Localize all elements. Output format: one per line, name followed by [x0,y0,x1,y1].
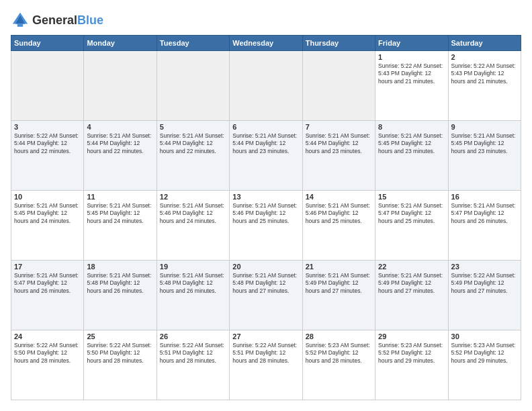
calendar-day-21: 21Sunrise: 5:21 AM Sunset: 5:49 PM Dayli… [302,261,375,330]
calendar-day-20: 20Sunrise: 5:21 AM Sunset: 5:48 PM Dayli… [230,261,302,330]
calendar-day-8: 8Sunrise: 5:21 AM Sunset: 5:45 PM Daylig… [375,121,448,191]
day-number: 22 [378,263,445,271]
empty-cell [11,51,84,121]
logo-icon [11,11,30,30]
col-header-sunday: Sunday [11,36,84,51]
day-number: 20 [232,263,299,271]
calendar-day-2: 2Sunrise: 5:22 AM Sunset: 5:43 PM Daylig… [448,51,521,121]
day-info: Sunrise: 5:21 AM Sunset: 5:44 PM Dayligh… [306,132,372,155]
day-number: 3 [14,123,81,131]
calendar-day-10: 10Sunrise: 5:21 AM Sunset: 5:45 PM Dayli… [11,191,84,261]
day-number: 26 [160,332,226,340]
calendar-day-29: 29Sunrise: 5:23 AM Sunset: 5:52 PM Dayli… [375,330,448,400]
day-number: 15 [378,193,445,201]
calendar-header-row: SundayMondayTuesdayWednesdayThursdayFrid… [11,36,521,51]
calendar-day-27: 27Sunrise: 5:22 AM Sunset: 5:51 PM Dayli… [230,330,302,400]
calendar-week-4: 17Sunrise: 5:21 AM Sunset: 5:47 PM Dayli… [11,261,521,330]
day-info: Sunrise: 5:21 AM Sunset: 5:44 PM Dayligh… [160,132,226,155]
day-number: 23 [451,263,518,271]
day-number: 11 [87,193,153,201]
day-info: Sunrise: 5:21 AM Sunset: 5:48 PM Dayligh… [232,272,299,295]
empty-cell [230,51,302,121]
day-number: 30 [451,332,518,340]
calendar-day-1: 1Sunrise: 5:22 AM Sunset: 5:43 PM Daylig… [375,51,448,121]
calendar-day-6: 6Sunrise: 5:21 AM Sunset: 5:44 PM Daylig… [230,121,302,191]
day-number: 27 [232,332,299,340]
empty-cell [157,51,229,121]
calendar-week-3: 10Sunrise: 5:21 AM Sunset: 5:45 PM Dayli… [11,191,521,261]
day-info: Sunrise: 5:21 AM Sunset: 5:46 PM Dayligh… [306,202,372,225]
calendar-day-25: 25Sunrise: 5:22 AM Sunset: 5:50 PM Dayli… [84,330,157,400]
day-number: 9 [451,123,518,131]
day-number: 6 [232,123,299,131]
calendar-week-5: 24Sunrise: 5:22 AM Sunset: 5:50 PM Dayli… [11,330,521,400]
col-header-tuesday: Tuesday [157,36,229,51]
logo-text: GeneralBlue [32,14,103,26]
header: GeneralBlue [11,11,521,30]
day-info: Sunrise: 5:21 AM Sunset: 5:47 PM Dayligh… [378,202,445,225]
day-number: 5 [160,123,226,131]
calendar-day-12: 12Sunrise: 5:21 AM Sunset: 5:46 PM Dayli… [157,191,229,261]
day-number: 21 [306,263,372,271]
day-number: 13 [232,193,299,201]
day-info: Sunrise: 5:21 AM Sunset: 5:45 PM Dayligh… [378,132,445,155]
day-info: Sunrise: 5:21 AM Sunset: 5:46 PM Dayligh… [160,202,226,225]
day-info: Sunrise: 5:21 AM Sunset: 5:44 PM Dayligh… [87,132,153,155]
day-number: 29 [378,332,445,340]
calendar-day-28: 28Sunrise: 5:23 AM Sunset: 5:52 PM Dayli… [302,330,375,400]
day-info: Sunrise: 5:22 AM Sunset: 5:51 PM Dayligh… [232,342,299,365]
day-info: Sunrise: 5:21 AM Sunset: 5:47 PM Dayligh… [451,202,518,225]
day-number: 7 [306,123,372,131]
day-info: Sunrise: 5:23 AM Sunset: 5:52 PM Dayligh… [451,342,518,365]
calendar-week-1: 1Sunrise: 5:22 AM Sunset: 5:43 PM Daylig… [11,51,521,121]
day-number: 16 [451,193,518,201]
calendar: SundayMondayTuesdayWednesdayThursdayFrid… [11,35,521,400]
col-header-saturday: Saturday [448,36,521,51]
calendar-day-3: 3Sunrise: 5:22 AM Sunset: 5:44 PM Daylig… [11,121,84,191]
calendar-day-14: 14Sunrise: 5:21 AM Sunset: 5:46 PM Dayli… [302,191,375,261]
day-info: Sunrise: 5:22 AM Sunset: 5:44 PM Dayligh… [14,132,81,155]
day-info: Sunrise: 5:21 AM Sunset: 5:46 PM Dayligh… [232,202,299,225]
day-number: 18 [87,263,153,271]
day-info: Sunrise: 5:23 AM Sunset: 5:52 PM Dayligh… [378,342,445,365]
day-number: 10 [14,193,81,201]
day-info: Sunrise: 5:21 AM Sunset: 5:44 PM Dayligh… [232,132,299,155]
day-info: Sunrise: 5:21 AM Sunset: 5:45 PM Dayligh… [87,202,153,225]
calendar-day-30: 30Sunrise: 5:23 AM Sunset: 5:52 PM Dayli… [448,330,521,400]
day-info: Sunrise: 5:21 AM Sunset: 5:49 PM Dayligh… [306,272,372,295]
day-info: Sunrise: 5:22 AM Sunset: 5:50 PM Dayligh… [87,342,153,365]
day-number: 19 [160,263,226,271]
empty-cell [84,51,157,121]
calendar-day-7: 7Sunrise: 5:21 AM Sunset: 5:44 PM Daylig… [302,121,375,191]
calendar-week-2: 3Sunrise: 5:22 AM Sunset: 5:44 PM Daylig… [11,121,521,191]
svg-rect-2 [17,24,23,27]
day-number: 14 [306,193,372,201]
day-number: 1 [378,53,445,61]
day-info: Sunrise: 5:22 AM Sunset: 5:43 PM Dayligh… [451,62,518,85]
calendar-day-26: 26Sunrise: 5:22 AM Sunset: 5:51 PM Dayli… [157,330,229,400]
empty-cell [302,51,375,121]
day-number: 28 [306,332,372,340]
calendar-day-9: 9Sunrise: 5:21 AM Sunset: 5:45 PM Daylig… [448,121,521,191]
logo: GeneralBlue [11,11,103,30]
day-info: Sunrise: 5:22 AM Sunset: 5:43 PM Dayligh… [378,62,445,85]
day-number: 17 [14,263,81,271]
day-info: Sunrise: 5:21 AM Sunset: 5:49 PM Dayligh… [378,272,445,295]
day-info: Sunrise: 5:21 AM Sunset: 5:45 PM Dayligh… [451,132,518,155]
calendar-day-15: 15Sunrise: 5:21 AM Sunset: 5:47 PM Dayli… [375,191,448,261]
day-number: 8 [378,123,445,131]
day-number: 4 [87,123,153,131]
page: GeneralBlue SundayMondayTuesdayWednesday… [0,0,532,411]
calendar-day-11: 11Sunrise: 5:21 AM Sunset: 5:45 PM Dayli… [84,191,157,261]
calendar-day-5: 5Sunrise: 5:21 AM Sunset: 5:44 PM Daylig… [157,121,229,191]
day-info: Sunrise: 5:23 AM Sunset: 5:52 PM Dayligh… [306,342,372,365]
col-header-thursday: Thursday [302,36,375,51]
day-info: Sunrise: 5:22 AM Sunset: 5:49 PM Dayligh… [451,272,518,295]
calendar-day-19: 19Sunrise: 5:21 AM Sunset: 5:48 PM Dayli… [157,261,229,330]
day-info: Sunrise: 5:21 AM Sunset: 5:48 PM Dayligh… [87,272,153,295]
day-number: 25 [87,332,153,340]
col-header-monday: Monday [84,36,157,51]
calendar-day-24: 24Sunrise: 5:22 AM Sunset: 5:50 PM Dayli… [11,330,84,400]
calendar-day-4: 4Sunrise: 5:21 AM Sunset: 5:44 PM Daylig… [84,121,157,191]
calendar-day-18: 18Sunrise: 5:21 AM Sunset: 5:48 PM Dayli… [84,261,157,330]
